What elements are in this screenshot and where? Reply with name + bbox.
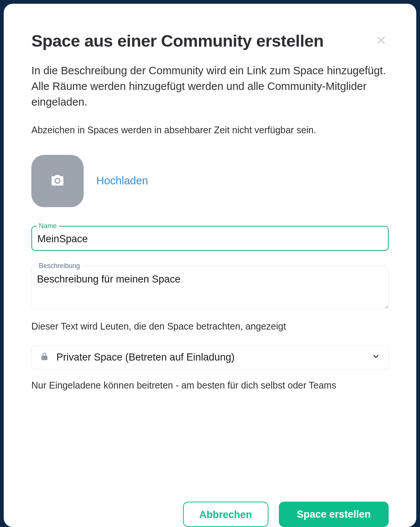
privacy-dropdown[interactable]: Privater Space (Betreten auf Einladung)	[31, 345, 389, 369]
privacy-selected-label: Privater Space (Betreten auf Einladung)	[56, 352, 364, 363]
close-button[interactable]	[374, 33, 389, 49]
dialog-notice: Abzeichen in Spaces werden in absehbarer…	[31, 125, 389, 135]
lock-icon	[40, 352, 49, 363]
dialog-subtitle: In die Beschreibung der Community wird e…	[31, 63, 389, 110]
description-helper: Dieser Text wird Leuten, die den Space b…	[31, 321, 389, 332]
description-input[interactable]	[31, 266, 389, 309]
upload-link[interactable]: Hochladen	[96, 175, 148, 187]
cancel-button[interactable]: Abbrechen	[183, 502, 268, 527]
avatar-upload-row: Hochladen	[31, 155, 389, 207]
avatar-placeholder[interactable]	[31, 155, 84, 207]
create-space-dialog: Space aus einer Community erstellen In d…	[4, 4, 416, 527]
close-icon	[376, 41, 386, 47]
privacy-helper: Nur Eingeladene können beitreten - am be…	[31, 380, 389, 391]
description-label: Beschreibung	[37, 262, 82, 270]
create-space-button[interactable]: Space erstellen	[279, 502, 389, 527]
chevron-down-icon	[372, 352, 380, 362]
dialog-header: Space aus einer Community erstellen	[31, 31, 389, 51]
dialog-footer: Abbrechen Space erstellen	[31, 502, 389, 527]
name-field-wrap: Name	[31, 226, 389, 251]
description-field-wrap: Beschreibung	[31, 266, 389, 311]
name-input[interactable]	[31, 226, 389, 251]
name-label: Name	[37, 222, 59, 230]
dialog-title: Space aus einer Community erstellen	[31, 31, 324, 51]
camera-icon	[50, 173, 65, 189]
